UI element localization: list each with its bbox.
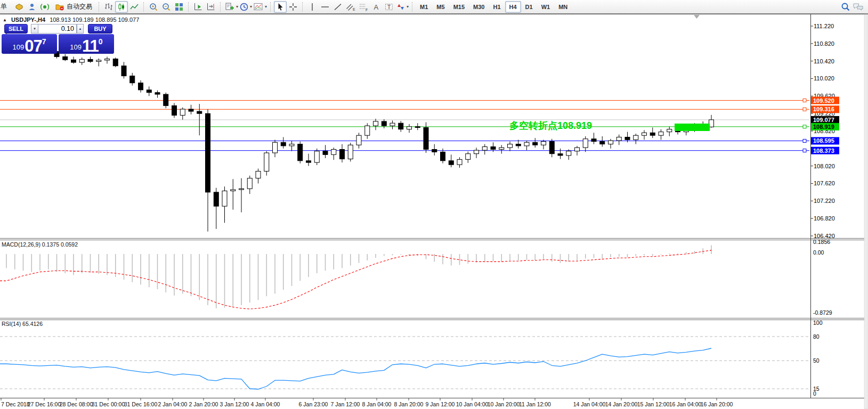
timeframe-button-m15[interactable]: M15 (449, 1, 469, 13)
price-line-label: 108.919 (813, 124, 834, 130)
bear-candle (281, 142, 286, 146)
timeframe-button-d1[interactable]: D1 (521, 1, 537, 13)
timeframe-button-m1[interactable]: M1 (416, 1, 432, 13)
sell-price-prefix: 109 (13, 43, 25, 51)
candlestick-chart-button[interactable] (115, 1, 128, 13)
bear-candle (449, 161, 453, 165)
fibonacci-button[interactable]: F (357, 1, 370, 13)
new-chart-button[interactable]: ▾ (224, 1, 239, 13)
volume-down-button[interactable]: ▼ (31, 24, 38, 34)
horizontal-line-icon (320, 2, 330, 12)
bull-candle (499, 148, 504, 149)
equidistant-channel-button[interactable]: E (344, 1, 357, 13)
zoom-in-button[interactable] (147, 1, 160, 13)
dropdown-caret-icon: ▾ (407, 4, 409, 9)
line-drag-marker[interactable] (803, 139, 806, 142)
autotrading-button[interactable]: 自动交易 (51, 1, 96, 13)
buy-price-sup: 0 (99, 37, 103, 46)
sell-price-display[interactable]: 109 07 7 (2, 34, 57, 54)
bear-candle (516, 144, 521, 146)
bull-candle (541, 142, 546, 145)
line-drag-marker[interactable] (803, 99, 806, 102)
arrows-button[interactable]: ▾ (395, 1, 409, 13)
timeframe-button-w1[interactable]: W1 (537, 1, 555, 13)
tile-windows-button[interactable] (173, 1, 185, 13)
bull-candle (289, 144, 294, 146)
bull-candle (524, 142, 529, 146)
bar-chart-button[interactable] (102, 1, 115, 13)
bear-candle (323, 151, 328, 155)
crosshair-button[interactable] (287, 1, 299, 13)
timeframe-button-m5[interactable]: M5 (432, 1, 449, 13)
chart-canvas[interactable]: 111.220110.820110.420110.020109.620109.2… (0, 14, 868, 409)
timeframe-button-m30[interactable]: M30 (469, 1, 489, 13)
search-button[interactable] (839, 1, 852, 13)
bear-candle (424, 127, 428, 149)
profiles-button[interactable]: ▾ (239, 1, 253, 13)
indicators-button[interactable]: ▾ (253, 1, 267, 13)
bull-candle (659, 132, 663, 136)
line-drag-marker[interactable] (803, 149, 806, 152)
chart-ohlc-values: 108.913 109.189 108.895 109.077 (50, 17, 139, 23)
collapse-arrow-icon[interactable]: ▲ (3, 18, 7, 22)
crosshair-icon (288, 2, 298, 12)
vertical-line-button[interactable] (306, 1, 319, 13)
time-axis-label: 16 Jan 20:00 (701, 401, 733, 407)
toolbar-separator (188, 2, 189, 12)
svg-text:A: A (374, 3, 379, 11)
dropdown-caret-icon: ▾ (265, 4, 267, 9)
bull-candle (222, 191, 227, 206)
auto-scroll-button[interactable] (192, 1, 205, 13)
gold-box-icon-button[interactable] (13, 1, 26, 13)
buy-price-big: 11 (82, 39, 99, 53)
trendline-button[interactable] (331, 1, 344, 13)
line-drag-marker[interactable] (803, 125, 806, 128)
timeframe-button-h4[interactable]: H4 (505, 1, 521, 13)
zoom-out-button[interactable] (160, 1, 173, 13)
time-axis-label: 14 Jan 04:00 (573, 401, 606, 407)
bear-candle (533, 142, 538, 145)
bull-candle (616, 137, 621, 141)
bull-candle (247, 178, 252, 189)
price-tick-label: 107.620 (814, 180, 835, 186)
chart-shift-button[interactable] (205, 1, 217, 13)
horizontal-line-button[interactable] (319, 1, 331, 13)
new-order-button[interactable]: 单 (0, 1, 13, 13)
rsi-scale-label: 100 (813, 320, 823, 326)
sell-price-sup: 7 (42, 37, 46, 46)
volume-up-button[interactable]: ▲ (77, 24, 84, 34)
line-drag-marker[interactable] (803, 108, 806, 111)
toolbar-separator (143, 2, 144, 12)
buy-button[interactable]: BUY (88, 24, 112, 34)
chart-shift-marker[interactable] (694, 15, 700, 19)
timeframe-button-mn[interactable]: MN (554, 1, 572, 13)
chat-button[interactable] (852, 1, 865, 13)
navigator-button[interactable] (26, 1, 38, 13)
buy-price-display[interactable]: 109 11 0 (59, 34, 114, 54)
candles-layer (4, 32, 714, 231)
text-button[interactable]: A (370, 1, 383, 13)
time-axis-label: 2 Jan 20:00 (189, 401, 218, 407)
sell-button[interactable]: SELL (4, 24, 28, 34)
line-chart-button[interactable] (128, 1, 141, 13)
time-axis-label: 14 Jan 20:00 (605, 401, 638, 407)
timeframe-button-h1[interactable]: H1 (489, 1, 505, 13)
bear-candle (147, 90, 151, 93)
auto-scroll-icon (193, 2, 203, 12)
cursor-button[interactable] (274, 1, 287, 13)
bear-candle (650, 133, 655, 135)
new-order-label: 单 (1, 2, 7, 11)
bear-candle (340, 149, 345, 159)
text-label-button[interactable]: T (383, 1, 395, 13)
bull-candle (239, 189, 244, 190)
bull-candle (374, 121, 378, 126)
macd-indicator-label: MACD(12,26,9) 0.1375 0.0592 (2, 241, 78, 248)
highlight-box[interactable] (675, 124, 710, 131)
time-axis-label: 10 Jan 20:00 (488, 401, 520, 407)
window-scrollbar[interactable] (864, 14, 868, 409)
signals-button[interactable] (38, 1, 51, 13)
time-axis-label: 6 Jan 23:00 (299, 401, 328, 407)
bear-candle (155, 93, 160, 94)
new-chart-icon (224, 2, 235, 12)
volume-input[interactable] (38, 24, 77, 34)
